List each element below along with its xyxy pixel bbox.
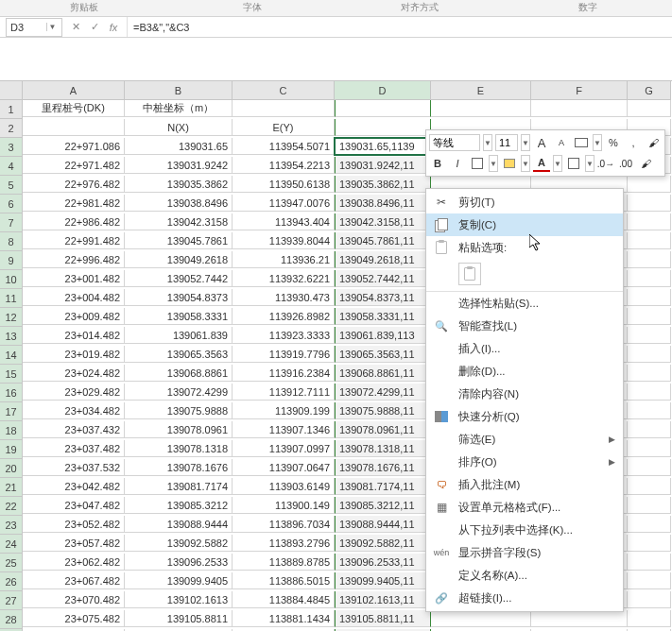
menu-insert-comment[interactable]: 插入批注(M) <box>426 473 623 496</box>
menu-define-name[interactable]: 定义名称(A)... <box>426 564 623 587</box>
mini-font-size[interactable] <box>495 134 518 151</box>
cell-A14[interactable]: 23+019.482 <box>23 346 125 363</box>
cell-B10[interactable]: 139052.7442 <box>125 270 233 287</box>
cell-D17[interactable]: 139075.9888,11 <box>335 402 431 419</box>
cell-B17[interactable]: 139075.9888 <box>125 402 233 419</box>
cell-B1[interactable]: 中桩坐标（m） <box>125 100 233 117</box>
cell-G8[interactable] <box>628 232 671 249</box>
cell-D23[interactable]: 139088.9444,11 <box>335 516 431 533</box>
cell-A4[interactable]: 22+971.482 <box>23 157 125 174</box>
cell-A12[interactable]: 23+009.482 <box>23 308 125 325</box>
cell-C17[interactable]: 113909.199 <box>233 402 335 419</box>
cell-A17[interactable]: 23+034.482 <box>23 402 125 419</box>
cell-B23[interactable]: 139088.9444 <box>125 516 233 533</box>
cell-A1[interactable]: 里程桩号(DK) <box>23 100 125 117</box>
mini-italic-button[interactable]: I <box>449 155 466 172</box>
menu-hyperlink[interactable]: 超链接(I)... <box>426 587 623 609</box>
cell-A25[interactable]: 23+062.482 <box>23 554 125 571</box>
menu-quick-analysis[interactable]: 快速分析(Q) <box>426 405 623 428</box>
mini-borders2-dropdown-icon[interactable]: ▼ <box>585 155 594 172</box>
row-header-6[interactable]: 6 <box>0 195 23 213</box>
menu-copy[interactable]: 复制(C) <box>426 213 623 236</box>
cell-A18[interactable]: 23+037.432 <box>23 421 125 438</box>
mini-font-color-button[interactable]: A <box>533 155 550 172</box>
cell-D6[interactable]: 139038.8496,11 <box>335 195 431 212</box>
cell-C4[interactable]: 113954.2213 <box>233 157 335 174</box>
cell-G14[interactable] <box>628 346 671 363</box>
cell-E1[interactable] <box>431 100 531 117</box>
column-header-B[interactable]: B <box>125 81 233 100</box>
row-header-17[interactable]: 17 <box>0 402 23 421</box>
cell-G17[interactable] <box>628 402 671 419</box>
cell-B3[interactable]: 139031.65 <box>125 138 233 155</box>
cell-C10[interactable]: 113932.6221 <box>233 270 335 287</box>
cell-G11[interactable] <box>628 289 671 306</box>
cell-A13[interactable]: 23+014.482 <box>23 327 125 344</box>
cell-D20[interactable]: 139078.1676,11 <box>335 459 431 476</box>
menu-show-pinyin[interactable]: wén 显示拼音字段(S) <box>426 541 623 564</box>
column-header-G[interactable]: G <box>628 81 671 100</box>
mini-merge-button[interactable] <box>573 134 590 151</box>
row-header-19[interactable]: 19 <box>0 440 23 459</box>
cell-B28[interactable]: 139105.8811 <box>125 610 233 627</box>
cell-C3[interactable]: 113954.5071 <box>233 138 335 155</box>
mini-fill-color-button[interactable] <box>501 155 518 172</box>
row-header-25[interactable]: 25 <box>0 554 23 572</box>
mini-decrease-decimal-button[interactable]: .0→ <box>597 155 614 172</box>
row-header-7[interactable]: 7 <box>0 213 23 232</box>
cell-A5[interactable]: 22+976.482 <box>23 176 125 193</box>
mini-border-button[interactable] <box>469 155 486 172</box>
cell-G5[interactable] <box>628 176 671 193</box>
cell-C14[interactable]: 113919.7796 <box>233 346 335 363</box>
cell-G21[interactable] <box>628 478 671 495</box>
menu-paste-special[interactable]: 选择性粘贴(S)... <box>426 292 623 315</box>
cell-D14[interactable]: 139065.3563,11 <box>335 346 431 363</box>
row-header-28[interactable]: 28 <box>0 610 23 629</box>
mini-merge-dropdown-icon[interactable]: ▼ <box>593 134 602 151</box>
column-header-A[interactable]: A <box>23 81 125 100</box>
cell-G25[interactable] <box>628 554 671 571</box>
row-header-5[interactable]: 5 <box>0 176 23 195</box>
cell-D22[interactable]: 139085.3212,11 <box>335 497 431 514</box>
cell-A20[interactable]: 23+037.532 <box>23 459 125 476</box>
cell-B27[interactable]: 139102.1613 <box>125 591 233 608</box>
cell-G23[interactable] <box>628 516 671 533</box>
cell-D18[interactable]: 139078.0961,11 <box>335 421 431 438</box>
cell-C7[interactable]: 113943.404 <box>233 213 335 230</box>
paste-option-default[interactable] <box>458 263 481 285</box>
mini-bold-button[interactable]: B <box>429 155 446 172</box>
cell-G26[interactable] <box>628 572 671 589</box>
cell-D9[interactable]: 139049.2618,11 <box>335 251 431 268</box>
cell-B15[interactable]: 139068.8861 <box>125 365 233 382</box>
cell-G10[interactable] <box>628 270 671 287</box>
cell-D13[interactable]: 139061.839,113 <box>335 327 431 344</box>
cell-C27[interactable]: 113884.4845 <box>233 591 335 608</box>
cell-D11[interactable]: 139054.8373,11 <box>335 289 431 306</box>
menu-clear-contents[interactable]: 清除内容(N) <box>426 383 623 405</box>
cell-B5[interactable]: 139035.3862 <box>125 176 233 193</box>
cell-D21[interactable]: 139081.7174,11 <box>335 478 431 495</box>
cell-A16[interactable]: 23+029.482 <box>23 384 125 401</box>
row-header-3[interactable]: 3 <box>0 138 23 157</box>
mini-font-color-dropdown-icon[interactable]: ▼ <box>553 155 562 172</box>
cell-B7[interactable]: 139042.3158 <box>125 213 233 230</box>
cell-F1[interactable] <box>531 100 628 117</box>
cell-D8[interactable]: 139045.7861,11 <box>335 232 431 249</box>
mini-format-button[interactable]: 🖌 <box>637 155 654 172</box>
row-header-22[interactable]: 22 <box>0 497 23 516</box>
cell-G27[interactable] <box>628 591 671 608</box>
cell-B20[interactable]: 139078.1676 <box>125 459 233 476</box>
cell-D28[interactable]: 139105.8811,11 <box>335 610 431 627</box>
cell-A9[interactable]: 22+996.482 <box>23 251 125 268</box>
row-header-9[interactable]: 9 <box>0 251 23 270</box>
cell-A22[interactable]: 23+047.482 <box>23 497 125 514</box>
cell-A19[interactable]: 23+037.482 <box>23 440 125 457</box>
cell-A27[interactable]: 23+070.482 <box>23 591 125 608</box>
cell-B19[interactable]: 139078.1318 <box>125 440 233 457</box>
row-header-11[interactable]: 11 <box>0 289 23 308</box>
cell-D5[interactable]: 139035.3862,11 <box>335 176 431 193</box>
row-header-13[interactable]: 13 <box>0 327 23 346</box>
row-header-14[interactable]: 14 <box>0 346 23 365</box>
row-header-24[interactable]: 24 <box>0 535 23 554</box>
row-header-1[interactable]: 1 <box>0 100 23 119</box>
